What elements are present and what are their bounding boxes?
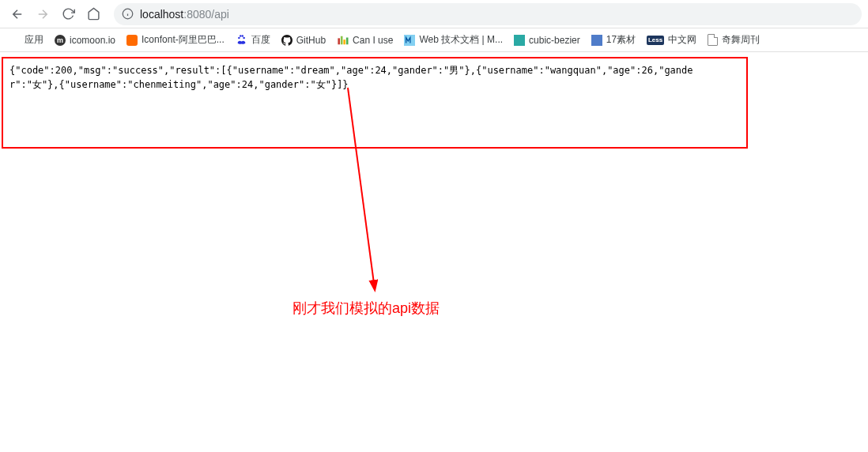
svg-point-5 (240, 35, 242, 37)
bookmark-qiwu[interactable]: 奇舞周刊 (708, 33, 760, 47)
browser-toolbar: localhost:8080/api (0, 0, 868, 28)
bookmark-label: Iconfont-阿里巴巴... (142, 33, 225, 47)
page-content: {"code":200,"msg":"success","result":[{"… (0, 52, 868, 452)
svg-rect-9 (343, 40, 345, 44)
back-button[interactable] (6, 3, 28, 25)
caniuse-icon (337, 35, 349, 46)
bookmark-label: icomoon.io (70, 35, 115, 46)
iconfont-icon (126, 35, 138, 46)
bookmark-label: Can I use (353, 35, 393, 46)
bookmarks-bar: 应用 m icomoon.io Iconfont-阿里巴巴... 百度 GitH… (0, 28, 868, 52)
bookmark-label: 应用 (25, 33, 43, 47)
reload-button[interactable] (57, 3, 79, 25)
home-button[interactable] (82, 3, 104, 25)
svg-point-4 (243, 37, 245, 40)
icomoon-icon: m (55, 35, 66, 46)
sucai-icon (591, 35, 602, 46)
github-icon (281, 35, 292, 46)
url-host: localhost (140, 8, 183, 21)
url-text: localhost:8080/api (140, 8, 229, 21)
bookmark-label: 17素材 (606, 33, 636, 47)
url-path: /api (211, 8, 229, 21)
bookmark-icomoon[interactable]: m icomoon.io (55, 35, 115, 46)
svg-rect-8 (341, 36, 343, 44)
apps-icon (8, 34, 21, 47)
bookmark-iconfont[interactable]: Iconfont-阿里巴巴... (126, 33, 225, 47)
arrow-left-icon (10, 7, 25, 21)
bookmark-label: GitHub (296, 35, 326, 46)
less-icon: Less (647, 36, 664, 45)
bookmark-baidu[interactable]: 百度 (236, 33, 270, 47)
bookmark-label: Web 技术文档 | M... (419, 33, 503, 47)
url-port: :8080 (183, 8, 211, 21)
mdn-icon (404, 35, 415, 46)
bookmark-label: 中文网 (668, 33, 696, 47)
bookmark-label: 奇舞周刊 (722, 33, 760, 47)
arrow-right-icon (36, 7, 50, 21)
document-icon (708, 34, 718, 46)
svg-rect-10 (346, 37, 349, 44)
bookmark-github[interactable]: GitHub (281, 35, 326, 46)
bookmark-17sucai[interactable]: 17素材 (591, 33, 636, 47)
reload-icon (62, 7, 75, 21)
bookmark-label: 百度 (251, 33, 270, 47)
bookmark-caniuse[interactable]: Can I use (337, 35, 393, 46)
svg-rect-7 (338, 38, 340, 44)
bookmark-webdoc[interactable]: Web 技术文档 | M... (404, 33, 503, 47)
baidu-icon (236, 34, 247, 46)
bookmark-less[interactable]: Less 中文网 (647, 33, 696, 47)
bookmark-bezier[interactable]: cubic-bezier (514, 35, 580, 46)
bezier-icon (514, 35, 525, 46)
site-info-icon[interactable] (122, 8, 134, 20)
bookmark-apps[interactable]: 应用 (8, 33, 43, 47)
svg-point-6 (241, 35, 243, 37)
address-bar[interactable]: localhost:8080/api (114, 3, 862, 25)
forward-button[interactable] (32, 3, 54, 25)
bookmark-label: cubic-bezier (529, 35, 580, 46)
home-icon (87, 7, 100, 21)
svg-point-3 (238, 37, 240, 40)
annotation-text: 刚才我们模拟的api数据 (292, 299, 440, 318)
json-response-box: {"code":200,"msg":"success","result":[{"… (2, 57, 748, 149)
